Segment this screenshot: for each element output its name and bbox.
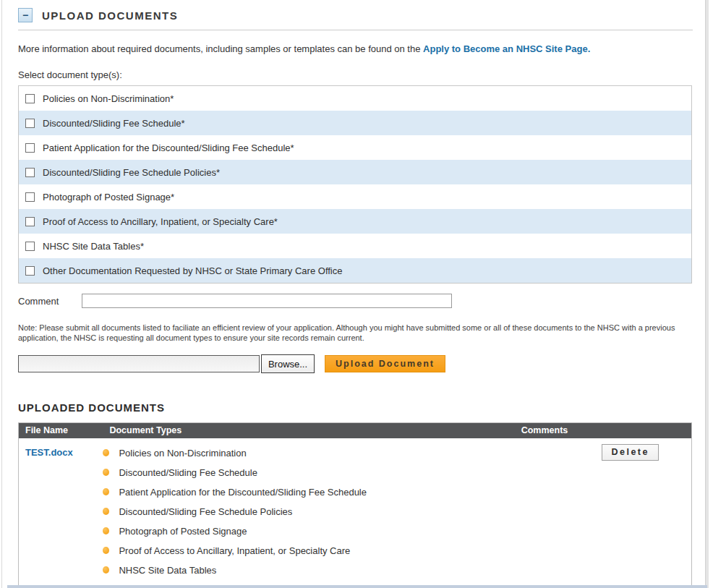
document-type-row: Policies on Non-Discrimination* [19, 86, 691, 111]
document-type-row: Discounted/Sliding Fee Schedule Policies… [19, 160, 691, 184]
uploaded-document-type-item: Patient Application for the Discounted/S… [103, 482, 514, 502]
uploaded-document-type-label: Policies on Non-Discrimination [119, 448, 246, 459]
uploaded-documents-table: File Name Document Types Comments TEST.d… [18, 422, 692, 588]
document-type-row: Other Documentation Requested by NHSC or… [19, 258, 691, 283]
uploaded-document-type-item: Discounted/Sliding Fee Schedule Policies [103, 502, 514, 521]
nhsc-site-page-link[interactable]: Apply to Become an NHSC Site Page [423, 43, 588, 54]
upload-document-button[interactable]: Upload Document [325, 355, 445, 372]
document-type-checkbox[interactable] [25, 143, 35, 153]
document-type-label: Discounted/Sliding Fee Schedule* [43, 118, 185, 129]
document-type-label: Patient Application for the Discounted/S… [43, 142, 294, 153]
intro-paragraph: More information about required document… [18, 43, 693, 54]
uploaded-document-type-label: Discounted/Sliding Fee Schedule [119, 467, 257, 478]
bullet-icon [103, 527, 109, 534]
collapse-minus-icon[interactable]: − [18, 8, 33, 22]
uploaded-document-type-label: Photograph of Posted Signage [119, 526, 247, 537]
uploaded-document-type-label: Patient Application for the Discounted/S… [119, 487, 367, 498]
bullet-icon [103, 449, 109, 456]
footer-bar [7, 585, 707, 588]
note-text: Note: Please submit all documents listed… [18, 323, 691, 343]
bullet-icon [103, 469, 109, 476]
uploaded-document-type-label: Discounted/Sliding Fee Schedule Policies [119, 506, 292, 517]
bullet-icon [103, 547, 109, 554]
document-type-checkbox[interactable] [25, 266, 35, 276]
uploaded-document-type-item: NHSC Site Data Tables [103, 561, 514, 580]
uploaded-document-type-label: Proof of Access to Ancillary, Inpatient,… [119, 545, 350, 556]
document-type-checkbox[interactable] [25, 217, 35, 226]
header-divider [18, 30, 693, 30]
bullet-icon [103, 508, 109, 515]
document-type-label: Proof of Access to Ancillary, Inpatient,… [43, 216, 278, 227]
column-header-file-name: File Name [19, 423, 103, 438]
column-header-document-types: Document Types [103, 423, 514, 438]
delete-button[interactable]: Delete [602, 444, 659, 461]
uploaded-document-type-item: Proof of Access to Ancillary, Inpatient,… [103, 541, 514, 561]
uploaded-document-types-list: Policies on Non-DiscriminationDiscounted… [103, 443, 514, 580]
document-type-row: NHSC Site Data Tables* [19, 234, 691, 258]
select-document-types-label: Select document type(s): [18, 69, 693, 80]
section-header: − UPLOAD DOCUMENTS [18, 8, 693, 22]
document-type-row: Discounted/Sliding Fee Schedule* [19, 111, 691, 135]
document-type-label: NHSC Site Data Tables* [43, 241, 144, 252]
document-type-checkbox[interactable] [25, 242, 35, 251]
uploaded-document-types-cell: Policies on Non-DiscriminationDiscounted… [103, 438, 514, 588]
bullet-icon [103, 566, 109, 574]
comment-label: Comment [18, 296, 82, 307]
document-type-row: Proof of Access to Ancillary, Inpatient,… [19, 209, 691, 234]
intro-period: . [588, 43, 591, 54]
uploaded-document-type-item: Policies on Non-Discrimination [103, 443, 514, 463]
document-type-label: Discounted/Sliding Fee Schedule Policies… [43, 167, 220, 178]
uploaded-document-type-item: Photograph of Posted Signage [103, 521, 514, 541]
browse-button[interactable]: Browse... [261, 354, 315, 373]
document-type-row: Photograph of Posted Signage* [19, 184, 691, 209]
document-type-checkbox[interactable] [25, 192, 35, 202]
page: − UPLOAD DOCUMENTS More information abou… [0, 0, 713, 588]
document-type-checkbox[interactable] [25, 168, 35, 177]
document-type-row: Patient Application for the Discounted/S… [19, 135, 691, 160]
comment-row: Comment [18, 294, 693, 308]
document-type-checkbox[interactable] [25, 119, 35, 128]
document-type-label: Other Documentation Requested by NHSC or… [43, 265, 343, 276]
uploaded-document-type-label: NHSC Site Data Tables [119, 565, 216, 576]
document-type-list: Policies on Non-Discrimination*Discounte… [18, 85, 692, 284]
document-type-checkbox[interactable] [25, 94, 35, 103]
file-upload-row: Browse... Upload Document [18, 354, 693, 373]
comments-cell: Delete [515, 438, 692, 588]
page-title: UPLOAD DOCUMENTS [42, 9, 178, 22]
bullet-icon [103, 488, 109, 495]
comment-input[interactable] [82, 294, 452, 308]
document-type-label: Policies on Non-Discrimination* [43, 93, 174, 104]
file-path-input[interactable] [18, 355, 260, 372]
upload-documents-section: − UPLOAD DOCUMENTS More information abou… [0, 0, 713, 588]
uploaded-document-type-item: Discounted/Sliding Fee Schedule [103, 463, 514, 482]
intro-text: More information about required document… [18, 43, 423, 54]
uploaded-file-name[interactable]: TEST.docx [19, 438, 103, 588]
table-row: TEST.docx Policies on Non-Discrimination… [19, 438, 692, 588]
document-type-label: Photograph of Posted Signage* [43, 192, 174, 203]
table-header-row: File Name Document Types Comments [19, 423, 692, 438]
uploaded-documents-title: UPLOADED DOCUMENTS [18, 401, 693, 414]
column-header-comments: Comments [515, 423, 692, 438]
